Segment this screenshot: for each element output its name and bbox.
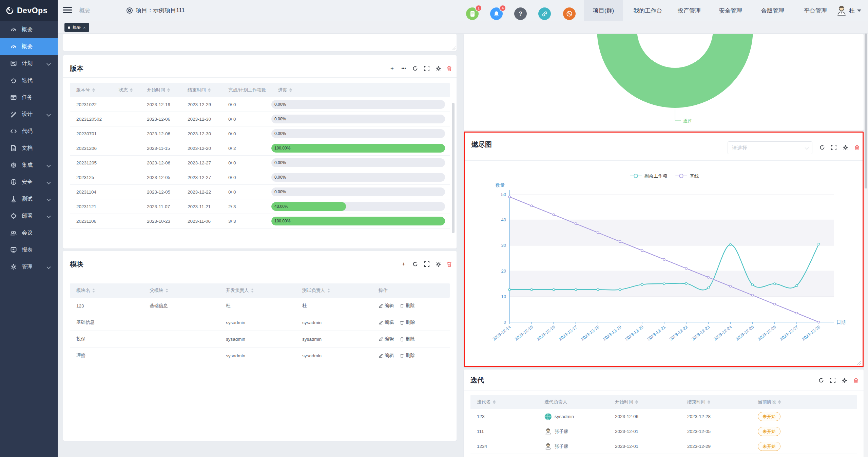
version-row-2023125[interactable]: 20231252023-12-052023-12-270/ 00.00% (70, 170, 450, 185)
sidebar-item-12-meeting[interactable]: 会议 (0, 224, 58, 241)
gauge-icon (10, 43, 17, 50)
module-name: 123 (76, 298, 84, 314)
delete-trash-icon[interactable] (446, 261, 452, 268)
sidebar-item-0-gauge[interactable]: 概要 (0, 21, 58, 38)
delete-trash-icon[interactable] (446, 66, 452, 73)
edit-button[interactable]: 编辑 (379, 319, 394, 325)
nav-item-merge-mgmt[interactable]: 合版管理 (755, 0, 790, 21)
nav-item-projects[interactable]: 项目(群) (584, 0, 623, 21)
edit-button[interactable]: 编辑 (379, 303, 394, 309)
svg-text:2023-12-17: 2023-12-17 (558, 324, 578, 341)
resize-handle[interactable] (857, 361, 861, 365)
refresh-icon[interactable] (818, 378, 825, 384)
col-version-id[interactable]: 版本号 (76, 83, 95, 97)
sidebar-item-11-deploy[interactable]: 部署 (0, 207, 58, 224)
sidebar-item-9-shield[interactable]: 安全 (0, 174, 58, 191)
help-icon[interactable]: ? (514, 7, 527, 20)
version-row-20231022[interactable]: 202310222023-12-192023-12-290/ 00.00% (70, 97, 450, 112)
settings-gear-icon[interactable] (841, 378, 848, 384)
module-row-4[interactable]: 理赔sysadminsysadmin编辑删除 (70, 347, 450, 364)
settings-gear-icon[interactable] (842, 145, 849, 152)
add-icon[interactable]: + (400, 261, 407, 267)
col-parent-module[interactable]: 父模块 (150, 283, 168, 298)
fullscreen-icon[interactable] (829, 378, 836, 384)
col-end[interactable]: 结束时间 (687, 395, 710, 409)
sidebar-item-13-report[interactable]: 报表 (0, 241, 58, 258)
col-ratio: 完成/计划工作项数 (228, 83, 266, 97)
fullscreen-icon[interactable] (423, 261, 430, 268)
version-row-20231106[interactable]: 202311062023-10-232023-11-063/ 3100.00% (70, 214, 450, 228)
version-start: 2023-11-07 (147, 199, 170, 214)
col-status[interactable]: 状态 (119, 83, 133, 97)
delete-button[interactable]: 删除 (400, 353, 415, 359)
col-current-stage[interactable]: 当前阶段 (758, 395, 781, 409)
app-logo[interactable]: DevOps (0, 0, 58, 21)
resize-handle[interactable] (451, 46, 456, 50)
iteration-row-123[interactable]: 123sysadmin2023-12-062023-12-28未开始 (470, 409, 857, 424)
col-progress[interactable]: 进度 (278, 83, 292, 97)
delete-button[interactable]: 删除 (400, 319, 415, 325)
col-start[interactable]: 开始时间 (147, 83, 170, 97)
module-row-3[interactable]: 投保sysadminsysadmin编辑删除 (70, 331, 450, 347)
forbidden-icon[interactable] (563, 7, 576, 20)
delete-trash-icon[interactable] (853, 145, 860, 152)
fullscreen-icon[interactable] (830, 145, 837, 152)
tab-close-icon[interactable]: × (83, 25, 86, 30)
version-row-20230701[interactable]: 202307012023-12-062023-12-300/ 00.00% (70, 126, 450, 141)
sidebar-item-4-task[interactable]: 任务 (0, 89, 58, 106)
version-end: 2023-12-20 (188, 141, 211, 155)
col-end[interactable]: 结束时间 (188, 83, 211, 97)
version-row-20231104[interactable]: 202311042023-12-052023-12-220/ 00.00% (70, 185, 450, 199)
version-row-20231206[interactable]: 202312062023-11-152023-12-200/ 2100.00% (70, 141, 450, 156)
delete-button[interactable]: 删除 (400, 336, 415, 342)
sidebar-item-10-flask[interactable]: 测试 (0, 191, 58, 207)
settings-gear-icon[interactable] (435, 66, 442, 73)
col-start[interactable]: 开始时间 (615, 395, 638, 409)
version-row-20231205[interactable]: 202312052023-12-062023-12-270/ 00.00% (70, 156, 450, 170)
menu-toggle-icon[interactable] (63, 7, 72, 14)
iteration-row-111[interactable]: 111张子康2023-12-012023-12-05未开始 (470, 424, 857, 439)
sidebar-item-14-gear[interactable]: 管理 (0, 258, 58, 275)
bell-icon[interactable]: 4 (490, 7, 503, 20)
delete-trash-icon[interactable] (852, 378, 859, 384)
more-icon[interactable]: ••• (400, 65, 407, 72)
sidebar-item-3-iteration[interactable]: 迭代 (0, 72, 58, 89)
sidebar-item-1-gauge[interactable]: 概要 (0, 38, 58, 55)
settings-gear-icon[interactable] (435, 261, 442, 268)
table-scrollbar[interactable] (452, 103, 455, 233)
link-icon[interactable] (538, 7, 551, 20)
user-menu[interactable]: 杜 (836, 0, 861, 21)
refresh-icon[interactable] (412, 66, 419, 73)
version-id: 20231205 (76, 156, 97, 170)
iteration-row-1234[interactable]: 1234张子康2023-12-012023-12-29未开始 (470, 439, 857, 454)
refresh-icon[interactable] (412, 261, 419, 268)
module-row-1[interactable]: 123基础信息杜杜编辑删除 (70, 298, 450, 314)
shield-icon (10, 179, 17, 185)
sidebar-item-8-integration[interactable]: 集成 (0, 157, 58, 174)
col-module-name[interactable]: 模块名 (76, 283, 95, 298)
col-iteration-name[interactable]: 迭代名 (477, 395, 496, 409)
edit-button[interactable]: 编辑 (379, 336, 394, 342)
delete-button[interactable]: 删除 (400, 303, 415, 309)
tab-overview[interactable]: 概要 × (64, 23, 89, 32)
nav-item-production[interactable]: 投产管理 (672, 0, 707, 21)
refresh-icon[interactable] (819, 145, 826, 152)
add-icon[interactable]: + (389, 65, 396, 72)
fullscreen-icon[interactable] (423, 66, 430, 73)
col-test-owner[interactable]: 测试负责人 (302, 283, 330, 298)
nav-item-platform-mgmt[interactable]: 平台管理 (798, 0, 833, 21)
sidebar-item-6-code[interactable]: 代码 (0, 123, 58, 140)
nav-item-workbench[interactable]: 我的工作台 (626, 0, 670, 21)
edit-button[interactable]: 编辑 (379, 353, 394, 359)
col-dev-owner[interactable]: 开发负责人 (226, 283, 254, 298)
version-row-2023120502[interactable]: 20231205022023-12-062023-12-300/ 00.00% (70, 112, 450, 126)
sidebar-item-2-plan[interactable]: 计划 (0, 55, 58, 72)
version-row-20231121[interactable]: 202311212023-11-072023-11-212/ 343.00% (70, 199, 450, 214)
sidebar-item-5-design[interactable]: 设计 (0, 106, 58, 123)
page-scrollbar-thumb[interactable] (865, 22, 867, 188)
sidebar-item-7-document[interactable]: 文档 (0, 140, 58, 157)
burndown-select[interactable]: 请选择 (728, 141, 812, 154)
nav-item-security-mgmt[interactable]: 安全管理 (713, 0, 748, 21)
document-icon[interactable]: 1 (466, 7, 479, 20)
module-row-2[interactable]: 基础信息sysadminsysadmin编辑删除 (70, 314, 450, 331)
